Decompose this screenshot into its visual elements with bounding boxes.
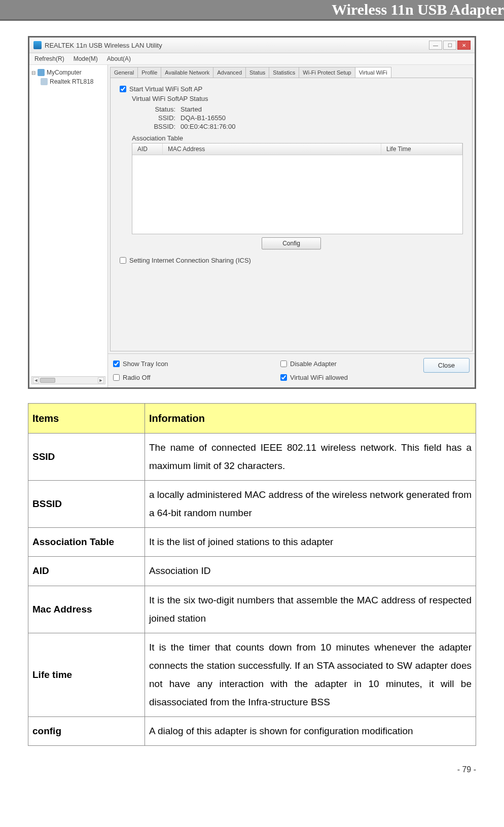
row-info: Association ID bbox=[145, 557, 476, 586]
scroll-thumb[interactable] bbox=[40, 378, 55, 383]
tab-content: Start Virtual WiFi Soft AP Virtual WiFi … bbox=[110, 78, 473, 351]
ics-input[interactable] bbox=[120, 257, 126, 264]
association-table: AID MAC Address Life Time bbox=[132, 143, 463, 234]
table-row: config A dialog of this adapter is shown… bbox=[28, 717, 476, 746]
menu-refresh[interactable]: Refresh(R) bbox=[34, 55, 64, 62]
app-window: REALTEK 11n USB Wireless LAN Utility — ☐… bbox=[28, 36, 476, 389]
window-titlebar: REALTEK 11n USB Wireless LAN Utility — ☐… bbox=[29, 38, 475, 53]
tab-available-network[interactable]: Available Network bbox=[161, 67, 213, 78]
tab-status[interactable]: Status bbox=[245, 67, 269, 78]
scroll-right-icon[interactable]: ► bbox=[98, 377, 104, 383]
disable-adapter-label: Disable Adapter bbox=[290, 360, 337, 368]
table-row: BSSID a locally administered MAC address… bbox=[28, 481, 476, 528]
table-row: SSID The name of connected IEEE 802.11 w… bbox=[28, 434, 476, 481]
tab-profile[interactable]: Profile bbox=[137, 67, 161, 78]
menu-about[interactable]: About(A) bbox=[107, 55, 131, 62]
tabs-row: General Profile Available Network Advanc… bbox=[108, 65, 475, 78]
tree-root[interactable]: ⊟ MyComputer bbox=[31, 68, 105, 77]
assoc-col-life[interactable]: Life Time bbox=[381, 143, 462, 155]
info-head-items: Items bbox=[28, 404, 145, 434]
disable-adapter-checkbox[interactable]: Disable Adapter bbox=[280, 360, 423, 368]
document-header: Wireless 11n USB Adapter bbox=[0, 0, 504, 21]
tree-scrollbar[interactable]: ◄ ► bbox=[31, 376, 105, 384]
start-virtual-ap-input[interactable] bbox=[120, 86, 126, 92]
radio-off-checkbox[interactable]: Radio Off bbox=[113, 374, 280, 381]
tree-child[interactable]: Realtek RTL818 bbox=[31, 77, 105, 86]
vwifi-allowed-checkbox[interactable]: Virtual WiFi allowed bbox=[280, 374, 423, 381]
table-row: AID Association ID bbox=[28, 557, 476, 586]
app-icon bbox=[33, 41, 42, 49]
disable-adapter-input[interactable] bbox=[280, 361, 287, 367]
scroll-left-icon[interactable]: ◄ bbox=[33, 377, 39, 383]
computer-icon bbox=[38, 69, 45, 76]
info-head-information: Information bbox=[145, 404, 476, 434]
radio-off-label: Radio Off bbox=[123, 374, 151, 381]
tab-general[interactable]: General bbox=[110, 67, 138, 78]
radio-off-input[interactable] bbox=[113, 374, 120, 381]
table-row: Life time It is the timer that counts do… bbox=[28, 633, 476, 716]
ics-label: Setting Internet Connection Sharing (ICS… bbox=[129, 257, 251, 264]
row-item: config bbox=[28, 717, 145, 746]
softap-status-title: Virtual WiFi SoftAP Status bbox=[132, 95, 463, 102]
row-info: It is the timer that counts down from 10… bbox=[145, 633, 476, 716]
table-row: Mac Address It is the six two-digit numb… bbox=[28, 586, 476, 633]
maximize-button[interactable]: ☐ bbox=[443, 41, 456, 50]
close-window-button[interactable]: ✕ bbox=[457, 41, 471, 50]
info-table: Items Information SSID The name of conne… bbox=[28, 403, 476, 746]
row-info: It is the list of joined stations to thi… bbox=[145, 528, 476, 557]
assoc-col-aid[interactable]: AID bbox=[132, 143, 163, 155]
tab-virtual-wifi[interactable]: Virtual WiFi bbox=[355, 67, 391, 78]
status-value: Started bbox=[181, 105, 202, 113]
row-info: a locally administered MAC address of th… bbox=[145, 481, 476, 528]
device-tree: ⊟ MyComputer Realtek RTL818 ◄ ► bbox=[29, 65, 108, 387]
tree-child-label: Realtek RTL818 bbox=[50, 78, 94, 85]
page-number: - 79 - bbox=[0, 751, 504, 779]
minimize-button[interactable]: — bbox=[429, 41, 442, 50]
ics-checkbox[interactable]: Setting Internet Connection Sharing (ICS… bbox=[120, 257, 463, 264]
bottom-options: Show Tray Icon Radio Off Disable Adapter bbox=[108, 353, 475, 387]
show-tray-checkbox[interactable]: Show Tray Icon bbox=[113, 360, 280, 368]
ssid-label: SSID: bbox=[140, 114, 175, 122]
assoc-col-mac[interactable]: MAC Address bbox=[163, 143, 381, 155]
window-title: REALTEK 11n USB Wireless LAN Utility bbox=[45, 42, 429, 49]
row-item: Life time bbox=[28, 633, 145, 716]
row-item: Association Table bbox=[28, 528, 145, 557]
config-button[interactable]: Config bbox=[262, 237, 321, 249]
menu-mode[interactable]: Mode(M) bbox=[74, 55, 98, 62]
row-item: Mac Address bbox=[28, 586, 145, 633]
tab-statistics[interactable]: Statistics bbox=[269, 67, 299, 78]
row-info: It is the six two-digit numbers that ass… bbox=[145, 586, 476, 633]
tab-wifi-protect-setup[interactable]: Wi-Fi Protect Setup bbox=[299, 67, 355, 78]
row-item: BSSID bbox=[28, 481, 145, 528]
ssid-value: DQA-B1-16550 bbox=[181, 114, 226, 122]
tab-advanced[interactable]: Advanced bbox=[213, 67, 246, 78]
vwifi-allowed-label: Virtual WiFi allowed bbox=[290, 374, 348, 381]
row-info: A dialog of this adapter is shown for co… bbox=[145, 717, 476, 746]
start-virtual-ap-label: Start Virtual WiFi Soft AP bbox=[129, 85, 202, 93]
status-label: Status: bbox=[140, 105, 175, 113]
menubar: Refresh(R) Mode(M) About(A) bbox=[29, 53, 475, 65]
show-tray-label: Show Tray Icon bbox=[123, 360, 168, 368]
row-item: AID bbox=[28, 557, 145, 586]
adapter-icon bbox=[41, 78, 48, 85]
close-button[interactable]: Close bbox=[423, 358, 470, 373]
tree-root-label: MyComputer bbox=[47, 69, 82, 76]
association-table-label: Association Table bbox=[132, 134, 463, 142]
show-tray-input[interactable] bbox=[113, 361, 120, 367]
table-row: Association Table It is the list of join… bbox=[28, 528, 476, 557]
document-title: Wireless 11n USB Adapter bbox=[332, 1, 504, 18]
vwifi-allowed-input[interactable] bbox=[280, 374, 287, 381]
start-virtual-ap-checkbox[interactable]: Start Virtual WiFi Soft AP bbox=[120, 85, 463, 93]
bssid-label: BSSID: bbox=[140, 123, 175, 130]
bssid-value: 00:E0:4C:81:76:00 bbox=[181, 123, 235, 130]
row-item: SSID bbox=[28, 434, 145, 481]
tree-collapse-icon[interactable]: ⊟ bbox=[31, 70, 35, 76]
row-info: The name of connected IEEE 802.11 wirele… bbox=[145, 434, 476, 481]
